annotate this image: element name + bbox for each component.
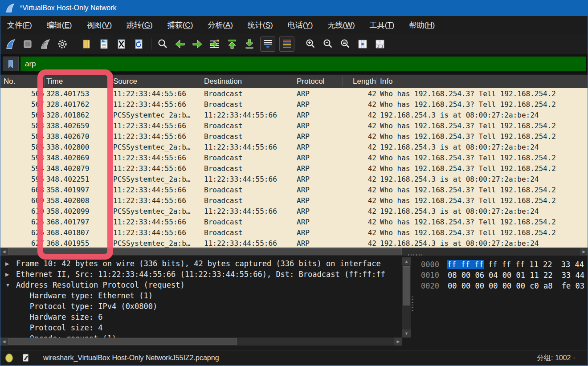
- column-header-source[interactable]: Source: [110, 77, 201, 86]
- display-filter-input[interactable]: arp: [20, 57, 586, 71]
- stop-capture-button[interactable]: [21, 37, 34, 51]
- close-file-button[interactable]: [114, 37, 128, 51]
- expander-icon[interactable]: ▶: [5, 272, 16, 277]
- scrollbar-thumb[interactable]: [8, 248, 402, 255]
- packet-length: 42: [343, 175, 376, 183]
- menu-item-label: 统计(: [248, 21, 265, 29]
- detail-line[interactable]: ▶ Frame 10: 42 bytes on wire (336 bits),…: [0, 258, 402, 269]
- open-file-button[interactable]: [80, 37, 93, 51]
- details-hscrollbar[interactable]: ◀ ▶: [0, 338, 402, 346]
- table-row[interactable]: 609 358.402008 11:22:33:44:55:66 Broadca…: [0, 195, 588, 206]
- save-document-icon: [98, 38, 110, 50]
- packet-no: 627: [0, 239, 45, 248]
- table-row[interactable]: 625 368.401797 11:22:33:44:55:66 Broadca…: [0, 216, 588, 227]
- save-file-button[interactable]: [97, 37, 110, 51]
- column-header-protocol[interactable]: Protocol: [292, 77, 343, 86]
- table-row[interactable]: 584 338.402670 11:22:33:44:55:66 Broadca…: [0, 131, 588, 142]
- menu-item[interactable]: 工具(T): [370, 20, 395, 30]
- auto-scroll-toggle[interactable]: [260, 37, 275, 52]
- go-to-packet-button[interactable]: [208, 37, 221, 51]
- scroll-down-arrow-icon[interactable]: ▼: [402, 329, 411, 338]
- reload-file-button[interactable]: [132, 37, 145, 51]
- splitter-handle[interactable]: [412, 297, 413, 312]
- packet-info: 192.168.254.3 is at 08:00:27:2a:be:24: [376, 239, 588, 248]
- scroll-left-arrow-icon[interactable]: ◀: [0, 338, 8, 346]
- title-bar[interactable]: *VirtualBox Host-Only Network: [0, 0, 588, 16]
- details-vscrollbar[interactable]: ▲ ▼: [402, 257, 411, 338]
- menu-item[interactable]: 帮助(H): [409, 20, 435, 30]
- scroll-up-arrow-icon[interactable]: ▲: [402, 257, 411, 265]
- restart-capture-button[interactable]: [38, 37, 52, 51]
- table-row[interactable]: 627 368.401955 PCSSystemtec_2a:b… 11:22:…: [0, 238, 588, 248]
- capture-options-button[interactable]: [56, 37, 69, 51]
- column-layout-button[interactable]: 123: [373, 37, 387, 51]
- table-row[interactable]: 594 348.402079 11:22:33:44:55:66 Broadca…: [0, 163, 588, 174]
- resize-columns-button[interactable]: [356, 37, 369, 51]
- table-row[interactable]: 608 358.401997 11:22:33:44:55:66 Broadca…: [0, 184, 588, 195]
- detail-line[interactable]: Hardware type: Ethernet (1): [0, 290, 402, 301]
- scrollbar-thumb[interactable]: [8, 338, 237, 345]
- packet-no: 568: [0, 111, 45, 119]
- menu-item[interactable]: 无线(W): [327, 20, 355, 30]
- zoom-out-button[interactable]: [321, 37, 335, 51]
- expander-icon[interactable]: ▼: [5, 282, 16, 288]
- detail-line[interactable]: Protocol size: 4: [0, 322, 402, 333]
- column-header-time[interactable]: Time: [45, 77, 110, 86]
- table-row[interactable]: 567 328.401762 11:22:33:44:55:66 Broadca…: [0, 99, 588, 110]
- scroll-left-arrow-icon[interactable]: ◀: [0, 248, 8, 256]
- go-back-button[interactable]: [173, 37, 187, 51]
- last-packet-button[interactable]: [243, 37, 256, 51]
- menu-item[interactable]: 视图(V): [86, 20, 112, 30]
- colorize-toggle[interactable]: [279, 37, 294, 52]
- go-forward-button[interactable]: [191, 37, 204, 51]
- zoom-in-button[interactable]: [304, 37, 317, 51]
- detail-line[interactable]: Opcode: request (1): [0, 333, 402, 338]
- table-row[interactable]: 593 348.402069 11:22:33:44:55:66 Broadca…: [0, 152, 588, 163]
- menu-item[interactable]: 统计(S): [248, 20, 273, 30]
- find-packet-button[interactable]: [156, 37, 169, 51]
- detail-line[interactable]: ▶ Ethernet II, Src: 11:22:33:44:55:66 (1…: [0, 269, 402, 280]
- hex-row[interactable]: 001008 00 06 04 00 01 11 22 33 44: [416, 270, 588, 281]
- table-row[interactable]: 626 368.401807 11:22:33:44:55:66 Broadca…: [0, 227, 588, 238]
- menu-item[interactable]: 捕获(C): [167, 20, 193, 30]
- table-row[interactable]: 610 358.402099 PCSSystemtec_2a:b… 11:22:…: [0, 206, 588, 216]
- capture-comment-icon[interactable]: [21, 352, 31, 364]
- detail-line[interactable]: Protocol type: IPv4 (0x0800): [0, 301, 402, 312]
- zoom-reset-button[interactable]: [339, 37, 352, 51]
- menu-item[interactable]: 跳转(G): [127, 20, 153, 30]
- folder-icon: [81, 38, 92, 50]
- menu-item-mnemonic: G: [144, 21, 150, 29]
- bookmark-icon: [6, 59, 16, 69]
- menu-item[interactable]: 电话(Y): [288, 20, 313, 30]
- menu-item-mnemonic: C: [185, 21, 190, 29]
- table-row[interactable]: 566 328.401753 11:22:33:44:55:66 Broadca…: [0, 88, 588, 99]
- detail-line[interactable]: ▼ Address Resolution Protocol (request): [0, 280, 402, 290]
- expander-icon[interactable]: ▶: [5, 261, 16, 267]
- scroll-right-arrow-icon[interactable]: ▶: [580, 248, 588, 256]
- hex-row[interactable]: 002000 00 00 00 00 00 c0 a8 fe 03: [416, 281, 588, 291]
- svg-text:1: 1: [379, 41, 381, 44]
- hex-row[interactable]: 0000ff ff ff ff ff ff 11 22 33 44 5: [416, 259, 588, 270]
- table-row[interactable]: 568 328.401862 PCSSystemtec_2a:b… 11:22:…: [0, 110, 588, 120]
- expert-info-icon[interactable]: [5, 354, 13, 362]
- detail-line[interactable]: Hardware size: 6: [0, 312, 402, 322]
- filter-bookmark-button[interactable]: [3, 57, 19, 71]
- scroll-right-arrow-icon[interactable]: ▶: [394, 338, 402, 346]
- column-header-length[interactable]: Length: [343, 77, 376, 86]
- menu-item[interactable]: 分析(A): [208, 20, 233, 30]
- column-header-destination[interactable]: Destination: [201, 77, 292, 86]
- first-packet-button[interactable]: [225, 37, 239, 51]
- menu-item[interactable]: 编辑(E): [47, 20, 72, 30]
- packet-list-hscrollbar[interactable]: ◀ ▶: [0, 248, 588, 256]
- column-header-info[interactable]: Info: [376, 77, 588, 86]
- table-row[interactable]: 595 348.402251 PCSSystemtec_2a:b… 11:22:…: [0, 174, 588, 184]
- start-capture-button[interactable]: [4, 37, 17, 51]
- goto-arrow-icon: [209, 38, 220, 50]
- table-row[interactable]: 583 338.402659 11:22:33:44:55:66 Broadca…: [0, 120, 588, 131]
- menu-item[interactable]: 文件(F): [7, 20, 32, 30]
- column-header-no[interactable]: No.: [0, 77, 45, 86]
- scrollbar-thumb[interactable]: [403, 266, 410, 305]
- packet-time: 348.402069: [45, 154, 110, 162]
- stop-square-icon: [22, 38, 33, 50]
- table-row[interactable]: 585 338.402800 PCSSystemtec_2a:b… 11:22:…: [0, 142, 588, 152]
